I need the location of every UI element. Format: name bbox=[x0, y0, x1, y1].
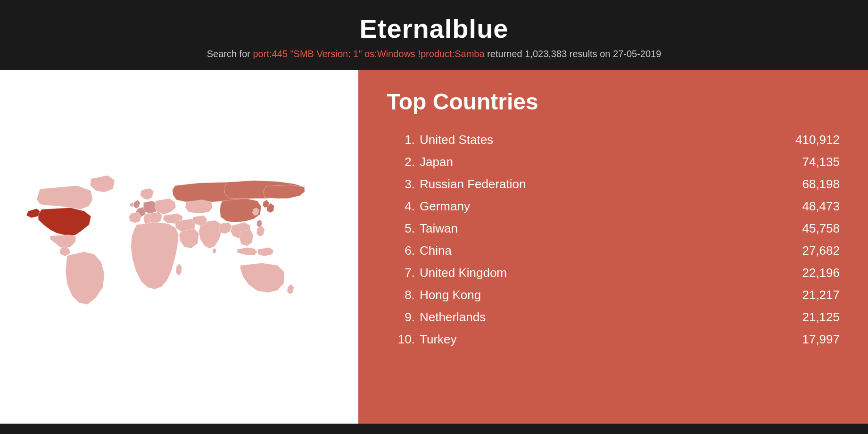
country-item: 4.Germany48,473 bbox=[387, 195, 840, 217]
country-rank: 5. bbox=[387, 221, 415, 236]
country-name: China bbox=[420, 243, 783, 258]
country-count: 21,125 bbox=[783, 310, 840, 325]
country-item: 1.United States410,912 bbox=[387, 129, 840, 151]
country-count: 45,758 bbox=[783, 221, 840, 236]
main-content: Top Countries 1.United States410,9122.Ja… bbox=[0, 70, 868, 424]
country-name: Japan bbox=[420, 155, 783, 169]
country-item: 9.Netherlands21,125 bbox=[387, 306, 840, 328]
country-rank: 6. bbox=[387, 243, 415, 258]
description-prefix: Search for bbox=[207, 49, 253, 59]
country-count: 48,473 bbox=[783, 199, 840, 214]
countries-heading: Top Countries bbox=[387, 89, 840, 115]
header: Eternalblue Search for port:445 "SMB Ver… bbox=[0, 0, 868, 70]
country-rank: 1. bbox=[387, 133, 415, 147]
country-rank: 4. bbox=[387, 199, 415, 214]
country-rank: 10. bbox=[387, 332, 415, 347]
search-description: Search for port:445 "SMB Version: 1" os:… bbox=[9, 49, 859, 59]
country-item: 6.China27,682 bbox=[387, 240, 840, 262]
country-item: 3.Russian Federation68,198 bbox=[387, 173, 840, 195]
country-name: Hong Kong bbox=[420, 288, 783, 302]
countries-section: Top Countries 1.United States410,9122.Ja… bbox=[358, 70, 868, 424]
country-name: Russian Federation bbox=[420, 177, 783, 192]
map-section bbox=[0, 70, 358, 424]
page-title: Eternalblue bbox=[9, 13, 859, 44]
country-item: 2.Japan74,135 bbox=[387, 151, 840, 173]
description-suffix: returned 1,023,383 results on 27-05-2019 bbox=[485, 49, 661, 59]
country-item: 10.Turkey17,997 bbox=[387, 328, 840, 351]
country-rank: 9. bbox=[387, 310, 415, 325]
country-item: 7.United Kingdom22,196 bbox=[387, 262, 840, 284]
country-count: 74,135 bbox=[783, 155, 840, 169]
country-count: 27,682 bbox=[783, 243, 840, 258]
country-rank: 8. bbox=[387, 288, 415, 302]
search-query: port:445 "SMB Version: 1" os:Windows !pr… bbox=[253, 49, 485, 59]
country-count: 17,997 bbox=[783, 332, 840, 347]
country-rank: 7. bbox=[387, 266, 415, 280]
country-item: 8.Hong Kong21,217 bbox=[387, 284, 840, 306]
world-map bbox=[9, 86, 349, 407]
country-rank: 3. bbox=[387, 177, 415, 192]
country-count: 22,196 bbox=[783, 266, 840, 280]
country-list: 1.United States410,9122.Japan74,1353.Rus… bbox=[387, 129, 840, 351]
country-name: Taiwan bbox=[420, 221, 783, 236]
country-name: Netherlands bbox=[420, 310, 783, 325]
country-name: United States bbox=[420, 133, 783, 147]
country-rank: 2. bbox=[387, 155, 415, 169]
country-count: 410,912 bbox=[783, 133, 840, 147]
kazakhstan-shape bbox=[185, 200, 213, 214]
country-name: United Kingdom bbox=[420, 266, 783, 280]
country-name: Turkey bbox=[420, 332, 783, 347]
country-count: 68,198 bbox=[783, 177, 840, 192]
country-name: Germany bbox=[420, 199, 783, 214]
spain-shape bbox=[129, 212, 141, 223]
country-item: 5.Taiwan45,758 bbox=[387, 217, 840, 240]
country-count: 21,217 bbox=[783, 288, 840, 302]
